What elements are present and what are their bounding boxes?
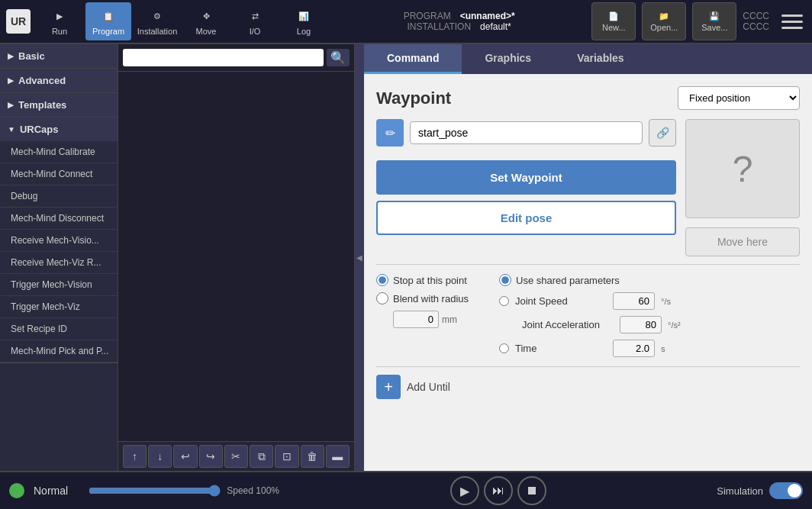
- undo-button[interactable]: ↩: [173, 445, 197, 468]
- sidebar: ▶ Basic ▶ Advanced ▶ Templates ▼ URCaps …: [0, 44, 118, 471]
- blend-value-input[interactable]: [393, 311, 439, 328]
- cccc-display: CCCC CCCC: [743, 11, 769, 32]
- sidebar-item-trigger-viz[interactable]: Trigger Mech-Viz: [0, 296, 118, 318]
- open-button[interactable]: 📁 Open...: [642, 2, 686, 40]
- waypoint-header: Waypoint Fixed position Variable positio…: [376, 86, 800, 110]
- joint-accel-input[interactable]: [620, 316, 662, 333]
- arrow-icon-advanced: ▶: [8, 76, 14, 85]
- main-layout: ▶ Basic ▶ Advanced ▶ Templates ▼ URCaps …: [0, 44, 812, 471]
- sidebar-item-set-recipe[interactable]: Set Recipe ID: [0, 318, 118, 340]
- io-icon: ⇄: [246, 7, 264, 25]
- tab-bar: Command Graphics Variables: [364, 44, 812, 74]
- redo-button[interactable]: ↪: [199, 445, 223, 468]
- sidebar-item-mech-calibrate[interactable]: Mech-Mind Calibrate: [0, 141, 118, 163]
- tree-search-bar: 🔍: [118, 44, 354, 72]
- search-button[interactable]: 🔍: [327, 49, 350, 66]
- save-button[interactable]: 💾 Save...: [692, 2, 736, 40]
- bottom-bar: Normal Speed 100% ▶ ⏭ ⏹ Simulation: [0, 471, 812, 509]
- sidebar-item-mech-disconnect[interactable]: Mech-Mind Disconnect: [0, 208, 118, 230]
- shared-params-row: Use shared parameters: [499, 274, 691, 286]
- sidebar-section-basic: ▶ Basic: [0, 44, 118, 69]
- speed-slider-container: Speed 100%: [89, 485, 279, 497]
- nav-io[interactable]: ⇄ I/O: [232, 2, 278, 40]
- move-down-button[interactable]: ↓: [148, 445, 172, 468]
- tab-variables[interactable]: Variables: [554, 44, 647, 74]
- simulation-toggle[interactable]: [769, 482, 803, 499]
- sidebar-item-trigger-vision[interactable]: Trigger Mech-Vision: [0, 274, 118, 296]
- suppress-button[interactable]: ▬: [326, 445, 350, 468]
- time-radio[interactable]: [499, 343, 509, 353]
- toggle-knob: [788, 484, 801, 498]
- status-text: Normal: [34, 485, 79, 497]
- waypoint-type-select[interactable]: Fixed position Variable position Relativ…: [678, 86, 800, 110]
- paste-button[interactable]: ⊡: [275, 445, 298, 468]
- move-here-button[interactable]: Move here: [685, 227, 800, 256]
- sidebar-section-advanced: ▶ Advanced: [0, 69, 118, 93]
- collapse-handle[interactable]: ◀: [355, 44, 364, 471]
- blend-radius-row: Blend with radius: [376, 292, 469, 304]
- step-button[interactable]: ⏭: [484, 476, 513, 505]
- copy-button[interactable]: ⧉: [250, 445, 273, 468]
- nav-program[interactable]: 📋 Program: [85, 2, 131, 40]
- sidebar-item-receive-vision[interactable]: Receive Mech-Visio...: [0, 230, 118, 252]
- waypoint-name-field[interactable]: [410, 121, 643, 144]
- sidebar-section-urcaps: ▼ URCaps Mech-Mind Calibrate Mech-Mind C…: [0, 118, 118, 363]
- right-panel: Command Graphics Variables Waypoint Fixe…: [364, 44, 812, 471]
- blend-radius-radio[interactable]: [376, 292, 388, 304]
- sidebar-header-urcaps[interactable]: ▼ URCaps: [0, 118, 118, 141]
- menu-button[interactable]: [778, 8, 806, 35]
- arrow-icon-templates: ▶: [8, 101, 14, 109]
- cut-button[interactable]: ✂: [224, 445, 248, 468]
- play-button[interactable]: ▶: [450, 476, 479, 505]
- add-until-button[interactable]: +: [376, 375, 401, 399]
- sidebar-item-mech-pick[interactable]: Mech-Mind Pick and P...: [0, 340, 118, 362]
- sidebar-item-debug[interactable]: Debug: [0, 185, 118, 208]
- speed-label: Speed 100%: [227, 485, 279, 496]
- save-icon: 💾: [709, 11, 720, 21]
- tree-toolbar: ↑ ↓ ↩ ↪ ✂ ⧉ ⊡ 🗑 ▬: [118, 441, 354, 471]
- top-bar: UR ▶ Run 📋 Program ⚙ Installation ✥ Move…: [0, 0, 812, 44]
- waypoint-link-button[interactable]: 🔗: [649, 119, 676, 147]
- waypoint-title: Waypoint: [376, 89, 451, 108]
- tab-command[interactable]: Command: [364, 44, 462, 74]
- status-dot: [9, 483, 24, 498]
- set-waypoint-button[interactable]: Set Waypoint: [376, 160, 676, 195]
- waypoint-name-row: ✏ 🔗: [376, 119, 676, 147]
- sidebar-header-advanced[interactable]: ▶ Advanced: [0, 69, 118, 92]
- waypoint-buttons: ✏ 🔗 Set Waypoint Edit pose: [376, 119, 676, 256]
- installation-icon: ⚙: [148, 7, 166, 25]
- playback-controls: ▶ ⏭ ⏹: [450, 476, 546, 505]
- time-input[interactable]: [613, 340, 655, 357]
- delete-button[interactable]: 🗑: [301, 445, 324, 468]
- stop-at-point-radio[interactable]: [376, 274, 388, 286]
- sidebar-item-receive-viz[interactable]: Receive Mech-Viz R...: [0, 252, 118, 274]
- sidebar-header-templates[interactable]: ▶ Templates: [0, 93, 118, 117]
- search-input[interactable]: [123, 49, 324, 66]
- tab-graphics[interactable]: Graphics: [462, 44, 554, 74]
- program-icon: 📋: [99, 7, 118, 25]
- tree-panel: 🔍 1 ✗ Variables Setup 2 ▼ Robot Program …: [118, 44, 355, 471]
- arrow-icon-urcaps: ▼: [8, 125, 15, 134]
- simulation-row: Simulation: [717, 482, 803, 499]
- sidebar-item-mech-connect[interactable]: Mech-Mind Connect: [0, 163, 118, 185]
- top-right-actions: 📄 New... 📁 Open... 💾 Save... CCCC CCCC: [591, 2, 806, 40]
- log-icon: 📊: [295, 7, 313, 25]
- params-col: Use shared parameters Joint Speed °/s Jo…: [499, 274, 691, 357]
- stop-button[interactable]: ⏹: [517, 476, 546, 505]
- edit-pose-button[interactable]: Edit pose: [376, 201, 676, 235]
- move-up-button[interactable]: ↑: [123, 445, 147, 468]
- new-button[interactable]: 📄 New...: [591, 2, 636, 40]
- program-name: <unnamed>*: [460, 11, 515, 21]
- nav-log[interactable]: 📊 Log: [281, 2, 327, 40]
- speed-slider[interactable]: [89, 485, 221, 497]
- nav-run[interactable]: ▶ Run: [37, 2, 82, 40]
- joint-speed-row: Joint Speed °/s: [499, 292, 691, 310]
- shared-params-radio[interactable]: [499, 274, 511, 286]
- joint-speed-input[interactable]: [613, 292, 655, 310]
- waypoint-edit-icon-button[interactable]: ✏: [376, 119, 404, 147]
- nav-installation[interactable]: ⚙ Installation: [134, 2, 180, 40]
- sidebar-header-basic[interactable]: ▶ Basic: [0, 44, 118, 68]
- nav-move[interactable]: ✥ Move: [183, 2, 229, 40]
- installation-name: default*: [480, 21, 511, 32]
- joint-speed-radio[interactable]: [499, 296, 509, 306]
